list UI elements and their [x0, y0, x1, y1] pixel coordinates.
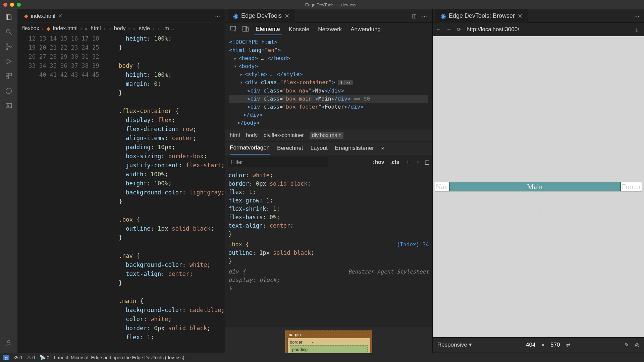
warnings-count[interactable]: ⚠ 0 [27, 355, 35, 360]
svg-point-4 [6, 44, 8, 45]
breadcrumb-item[interactable]: body [114, 25, 126, 32]
devtools-link-icon[interactable]: ◎ [635, 342, 639, 348]
height-input[interactable]: 570 [550, 342, 560, 348]
titlebar: Edge DevTools — dev-css [0, 0, 644, 9]
account-icon[interactable] [4, 339, 13, 347]
svg-rect-16 [231, 26, 236, 30]
svg-rect-8 [6, 73, 8, 76]
svg-point-11 [6, 88, 12, 94]
devtools-tab-elemente[interactable]: Elemente [254, 24, 282, 35]
dom-node[interactable]: <!DOCTYPE html> [229, 39, 278, 45]
cls-button[interactable]: .cls [390, 159, 399, 165]
dim-sep: × [541, 342, 544, 348]
breadcrumbs[interactable]: flexbox› ◆index.html› ⬦html› ⬦body› ⬦sty… [17, 23, 225, 34]
bm-border-label: border [290, 340, 303, 345]
rule-selector[interactable]: .box { [228, 241, 249, 248]
bm-padding-val: - [313, 347, 314, 352]
styles-tab-berechnet[interactable]: Berechnet [277, 145, 303, 152]
status-message[interactable]: Launch Microsoft Edge and open the Edge … [54, 355, 184, 360]
device-toggle-icon[interactable] [242, 25, 249, 34]
explorer-icon[interactable] [4, 13, 13, 21]
image-icon[interactable] [4, 101, 13, 110]
remote-badge[interactable]: ⎘ [3, 355, 9, 360]
run-debug-icon[interactable] [4, 57, 13, 66]
styles-tab-listener[interactable]: Ereignislistener [335, 145, 374, 152]
extensions-icon[interactable] [4, 72, 13, 80]
tab-browser[interactable]: ◉ Edge DevTools: Browser ✕ [435, 9, 528, 23]
back-icon[interactable]: ← [436, 26, 441, 32]
ports-count[interactable]: 📡 0 [40, 355, 49, 360]
crumb[interactable]: html [230, 132, 240, 138]
minimize-window-button[interactable] [10, 3, 14, 7]
edge-devtools-icon[interactable] [4, 86, 13, 95]
status-bar: ⎘ ⊘ 0 ⚠ 0 📡 0 Launch Microsoft Edge and … [0, 353, 644, 362]
activity-bar [0, 9, 17, 362]
svg-point-14 [7, 341, 10, 343]
styles-tab-layout[interactable]: Layout [311, 145, 328, 152]
url-input[interactable]: http://localhost:3000/ [467, 26, 631, 33]
style-pane-icon[interactable]: ▫ [417, 159, 419, 165]
editor-more-icon[interactable]: ⋯ [215, 13, 225, 19]
devtools-panel: ◉ Edge DevTools ✕ ◫ ⋯ Elemente Konsole N… [225, 9, 433, 362]
tab-close-icon[interactable]: ✕ [58, 13, 62, 19]
screenshot-icon[interactable]: ✎ [625, 342, 629, 348]
crumb[interactable]: div.flex-container [264, 132, 304, 138]
tab-devtools[interactable]: ◉ Edge DevTools ✕ [228, 9, 295, 23]
rule-source-link[interactable]: (Index):34 [397, 240, 429, 249]
add-rule-icon[interactable]: ＋ [405, 159, 411, 166]
more-icon[interactable]: ⋯ [634, 13, 644, 19]
styles-tab-formatvorlagen[interactable]: Formatvorlagen [230, 142, 270, 155]
svg-rect-9 [9, 73, 11, 76]
zoom-window-button[interactable] [17, 3, 21, 7]
breadcrumb-item[interactable]: index.html [53, 25, 77, 32]
bm-margin-label: margin [287, 332, 301, 337]
browser-viewport[interactable]: Nav Main Footer ↖ [433, 36, 644, 337]
devtools-tab-anwendung[interactable]: Anwendung [348, 26, 383, 33]
bm-margin-val: - [311, 332, 312, 337]
devtools-tab-netzwerk[interactable]: Netzwerk [316, 26, 344, 33]
search-icon[interactable] [4, 27, 13, 36]
svg-point-2 [6, 29, 10, 33]
editor-tab-index-html[interactable]: ◆ index.html ✕ [19, 9, 67, 23]
more-tabs-icon[interactable]: » [381, 145, 384, 152]
source-control-icon[interactable] [4, 42, 13, 51]
style-pane-icon2[interactable]: ◫ [425, 159, 430, 165]
dom-tree[interactable]: <!DOCTYPE html> <html lang="en"> ▸<head>… [225, 36, 432, 129]
editor-panel: ◆ index.html ✕ ⋯ flexbox› ◆index.html› ⬦… [17, 9, 225, 362]
more-icon[interactable]: ⋯ [422, 13, 427, 19]
breadcrumb-item[interactable]: html [91, 25, 101, 32]
width-input[interactable]: 404 [526, 342, 535, 348]
tab-label: Edge DevTools: Browser [449, 12, 515, 19]
bm-padding-label: padding [292, 347, 308, 352]
tab-close-icon[interactable]: ✕ [518, 12, 523, 20]
page-footer: Footer [621, 182, 642, 191]
breadcrumb-item[interactable]: style [139, 25, 150, 32]
rotate-icon[interactable]: ⇄ [566, 342, 571, 348]
inspect-icon[interactable] [230, 25, 237, 34]
errors-count[interactable]: ⊘ 0 [14, 355, 22, 360]
code-editor[interactable]: 12 13 14 15 16 17 18 19 20 21 22 23 24 2… [17, 34, 225, 362]
browser-panel: ◉ Edge DevTools: Browser ✕ ⋯ ← → ⟳ http:… [433, 9, 644, 362]
crumb[interactable]: div.box.main [310, 132, 344, 139]
svg-point-5 [6, 48, 8, 50]
reload-icon[interactable]: ⟳ [457, 26, 461, 33]
tab-close-icon[interactable]: ✕ [284, 12, 289, 20]
forward-icon[interactable]: → [446, 26, 451, 32]
hov-button[interactable]: :hov [373, 159, 384, 165]
breadcrumb-item[interactable]: flexbox [22, 25, 39, 32]
responsive-select[interactable]: Responsive ▾ [437, 341, 472, 348]
styles-pane[interactable]: color: white; border: 0px solid black; f… [225, 169, 432, 327]
page-main: Main [449, 182, 621, 191]
close-window-button[interactable] [3, 3, 7, 7]
dom-breadcrumbs[interactable]: html body div.flex-container div.box.mai… [225, 129, 432, 141]
breadcrumb-item[interactable]: .m… [163, 25, 174, 32]
split-editor-icon[interactable]: ◫ [412, 13, 417, 19]
styles-filter-input[interactable]: Filter [228, 157, 328, 167]
crumb[interactable]: body [246, 132, 258, 138]
inspect-toggle-icon[interactable]: ⬚ [636, 26, 641, 33]
edge-icon: ◉ [441, 12, 446, 20]
dom-node-selected[interactable]: <div class="box main">Main</div> == $0 [229, 95, 428, 103]
devtools-tab-konsole[interactable]: Konsole [287, 26, 311, 33]
svg-marker-7 [7, 59, 11, 64]
styles-tabs: Formatvorlagen Berechnet Layout Ereignis… [225, 141, 432, 155]
